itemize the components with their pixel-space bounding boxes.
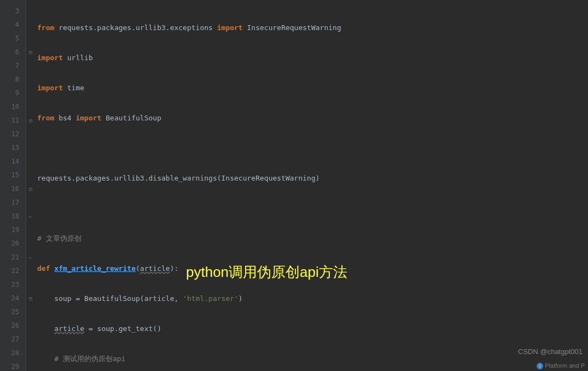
info-icon: i [537,363,543,369]
code-line[interactable]: from requests.packages.urllib3.exception… [37,21,588,34]
line-number: 26 [0,319,19,333]
line-number: 29 [0,360,19,371]
line-number: 4 [0,18,19,32]
watermark-text: CSDN @chatgpt001 [518,347,583,356]
code-line[interactable] [37,201,588,215]
line-number: 17 [0,196,19,210]
fold-marker-icon[interactable] [26,251,35,264]
fold-marker-icon[interactable] [26,210,35,223]
code-line[interactable]: import urllib [37,51,588,65]
code-line[interactable]: requests.packages.urllib3.disable_warnin… [37,171,588,185]
code-editor[interactable]: 3 4 5 6 7 8 9 10 11 12 13 14 15 16 17 18… [0,0,588,371]
line-number: 27 [0,333,19,346]
line-number: 23 [0,278,19,292]
code-line[interactable]: import time [37,81,588,95]
line-number: 9 [0,86,19,100]
line-number: 10 [0,100,19,114]
line-number: 20 [0,237,19,251]
line-number: 13 [0,141,19,155]
line-number: 8 [0,73,19,86]
code-line[interactable]: from bs4 import BeautifulSoup [37,111,588,125]
status-text: Platform and P [545,362,585,369]
line-number: 24 [0,292,19,305]
line-number: 28 [0,346,19,360]
status-bar: iPlatform and P [537,360,588,371]
fold-marker-icon[interactable] [26,292,35,305]
code-line[interactable] [37,141,588,155]
line-number: 12 [0,127,19,141]
code-line[interactable]: def xfm_article_rewrite(article): [37,262,588,275]
fold-gutter[interactable] [26,0,35,371]
fold-marker-icon[interactable] [26,114,35,127]
line-number: 6 [0,45,19,59]
line-number: 16 [0,182,19,196]
line-number: 7 [0,59,19,73]
line-number: 3 [0,4,19,18]
fold-marker-icon[interactable] [26,45,35,59]
line-number: 19 [0,223,19,237]
line-number: 21 [0,251,19,264]
code-line[interactable]: # 测试用的伪原创api [37,352,588,366]
line-number-gutter: 3 4 5 6 7 8 9 10 11 12 13 14 15 16 17 18… [0,0,26,371]
line-number: 14 [0,155,19,169]
line-number: 22 [0,264,19,278]
line-number: 5 [0,32,19,45]
line-number: 11 [0,114,19,127]
code-line[interactable]: article = soup.get_text() [37,322,588,335]
fold-marker-icon[interactable] [26,182,35,196]
line-number: 15 [0,169,19,182]
line-number: 18 [0,210,19,223]
code-line[interactable]: # 文章伪原创 [37,231,588,245]
code-area[interactable]: from requests.packages.urllib3.exception… [35,0,588,371]
code-line[interactable]: soup = BeautifulSoup(article, 'html.pars… [37,292,588,305]
line-number: 25 [0,305,19,319]
